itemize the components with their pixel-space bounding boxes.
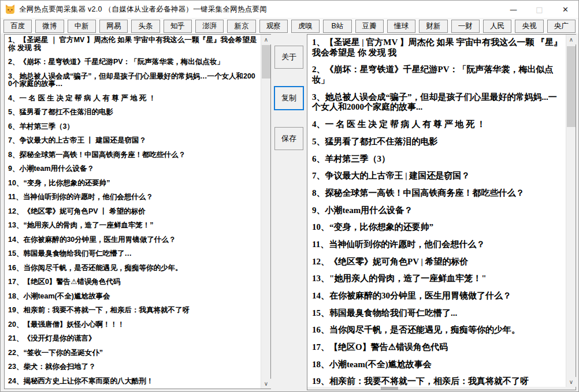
titlebar: 全网热点要闻采集器 v2.0 （自媒体从业者必备神器）一键采集全网热点要闻 — … [1,1,578,18]
news-item-raw: 20、【最强唐僧】妖怪小心啊！！！ [8,321,258,329]
source-tab[interactable]: 人民 [483,20,511,33]
news-item-formatted: 2、《崩坏：星穹铁道》千星纪游PV：「阮声落华裳，梅出似点妆」 [312,65,563,85]
app-window: 全网热点要闻采集器 v2.0 （自媒体从业者必备神器）一键采集全网热点要闻 — … [0,0,579,392]
news-item-raw: 16、当你阅尽千帆，是否还能遇见，痴痴等你的少年。 [8,264,258,272]
source-tab[interactable]: 头条 [131,20,159,33]
news-item-formatted: 19、相亲前：我要不将就一下，相亲后：我真将就不了呀 [312,376,563,387]
news-item-raw: 3、她总被人误会成“骗子”，但却是孩子们心里最好的常妈妈…一个女人和2000个家… [8,73,258,88]
news-item-formatted: 15、韩国最臭食物给我们哥仁吃懵了... [312,308,563,319]
news-item-raw: 10、“变身，比你想象的还要帅” [8,180,258,188]
scroll-down-icon[interactable]: ∨ [261,379,271,389]
scroll-down-icon[interactable]: ∨ [566,377,576,387]
news-item-formatted: 17、【绝区O】警告⚠错误角色代码 [312,342,563,353]
news-item-formatted: 13、"她用亲人的骨肉，造了一座鲜血牢笼！" [312,274,563,284]
source-tab[interactable]: 央广 [547,20,576,33]
source-tab[interactable]: 虎嗅 [291,20,320,33]
source-tab[interactable]: 网易 [99,20,128,33]
right-horizontal-scrollbar[interactable] [307,387,576,390]
right-horizontal-scrollbar-thumb[interactable] [381,387,398,390]
save-button[interactable]: 保存 [274,127,303,150]
news-item-raw: 24、揭秘西方史上让你不寒而栗的八大酷刑！ [8,378,258,386]
copy-button[interactable]: 复制 [274,86,304,110]
app-icon [5,5,15,14]
news-item-formatted: 16、当你阅尽千帆，是否还能遇见，痴痴等你的少年。 [312,325,563,335]
action-column: 关于 复制 保存 [271,34,307,389]
source-tab[interactable]: 中新 [68,20,96,33]
news-item-raw: 22、“签收一下你的圣诞女仆” [8,349,258,357]
formatted-news-panel[interactable]: 1、【圣诞星 | 官方MV 】周杰伦 如果 宇宙中有我这么一颗 『星』我会希望是… [307,34,576,390]
raw-news-panel[interactable]: 1、【圣诞星 ｜ 官方MV 】周杰伦 如果 宇宙中有我这么一颗『星』我会希望是 … [4,34,271,389]
news-item-raw: 23、柴犬：就你会扫地了？ [8,363,258,371]
news-item-raw: 8、探秘全球第一高铁！中国高铁商务座！都吃些什么？ [8,151,258,159]
source-tab[interactable]: 豆瓣 [355,20,384,33]
news-item-formatted: 11、当神仙听到你的许愿时，他们会想什么？ [312,240,563,250]
news-item-formatted: 10、“变身，比你想象的还要帅” [312,222,563,233]
news-item-raw: 13、“她用亲人的骨肉，造了一座鲜血牢笼！” [8,222,258,230]
news-item-raw: 18、小潮team(不全)尴尬故事会 [8,293,258,301]
news-item-formatted: 12、《绝区零》妮可角色PV | 希望的标价 [312,257,563,267]
news-item-raw: 21、《没开灯是你的谎言》 [8,335,258,343]
source-tab[interactable]: 知乎 [164,20,192,33]
source-tab[interactable]: B站 [323,20,351,33]
left-scrollbar[interactable]: ∧ ∨ [261,35,270,389]
news-item-formatted: 7、争议最大的上古帝王 | 建国还是窃国？ [312,171,563,181]
source-tab[interactable]: 财新 [419,20,447,33]
source-tab[interactable]: 观察 [259,20,288,33]
news-item-raw: 9、小潮team用什么设备？ [8,165,258,173]
source-tab[interactable]: 懂球 [387,20,415,33]
news-item-raw: 15、韩国最臭食物给我们哥仁吃懵了… [8,250,258,258]
maximize-icon: □ [526,1,552,18]
raw-news-text[interactable]: 1、【圣诞星 ｜ 官方MV 】周杰伦 如果 宇宙中有我这么一颗『星』我会希望是 … [5,35,261,389]
news-item-formatted: 3、她总被人误会成“骗子”，但却是孩子们心里最好的常妈妈...一个女人和2000… [312,92,563,113]
left-scrollbar-thumb[interactable] [262,45,270,79]
minimize-icon[interactable]: — [500,1,526,18]
scroll-up-icon[interactable]: ∧ [261,35,271,44]
news-item-raw: 6、羊村第三季（3） [8,123,258,131]
news-item-raw: 19、相亲前：我要不将就一下，相亲后：我真将就不了呀 [8,307,258,315]
news-item-raw: 12、《绝区零》妮可角色PV 丨 希望的标价 [8,208,258,216]
news-item-raw: 1、【圣诞星 ｜ 官方MV 】周杰伦 如果 宇宙中有我这么一颗『星』我会希望是 … [8,36,258,52]
source-tabbar: 百度微博中新网易头条知乎澎湃新京观察虎嗅B站豆瓣懂球财新一财人民央视央广 [1,18,578,33]
scroll-up-icon[interactable]: ∧ [566,35,576,44]
news-item-raw: 2、《崩坏：星穹铁道》千星纪游PV：「阮声落华裳，梅出似点妆」 [8,58,258,66]
news-item-formatted: 1、【圣诞星 | 官方MV 】周杰伦 如果 宇宙中有我这么一颗 『星』我会希望是… [312,38,563,58]
news-item-formatted: 18、小潮team(不全)尴尬故事会 [312,360,563,370]
news-item-raw: 14、在你被麻醉的30分钟里，医生用胃镜做了什么？ [8,236,258,244]
source-tab[interactable]: 百度 [3,20,32,33]
source-tab[interactable]: 央视 [515,20,543,33]
news-item-raw: 11、当神仙听到你的许愿时，他们会想什么？ [8,193,258,201]
source-tab[interactable]: 澎湃 [195,20,224,33]
news-item-raw: 4、一 名 医 生 决 定 帮 病 人 有 尊 严 地 死 ！ [8,95,258,103]
news-item-raw: 5、猛男看了都扛不住落泪的电影 [8,109,258,117]
right-scrollbar[interactable]: ∧ ∨ [566,35,576,387]
source-tab[interactable]: 微博 [35,20,64,33]
news-item-formatted: 6、羊村第三季（3） [312,154,563,165]
news-item-raw: 17、【绝区0】警告⚠错误角色代码 [8,278,258,286]
about-button[interactable]: 关于 [274,46,303,69]
news-item-formatted: 4、一 名 医 生 决 定 帮 病 人 有 尊 严 地 死 ！ [312,120,563,130]
news-item-formatted: 5、猛男看了都扛不住落泪的电影 [312,137,563,147]
source-tab[interactable]: 新京 [227,20,255,33]
right-scrollbar-thumb[interactable] [567,46,576,127]
source-tab[interactable]: 一财 [451,20,480,33]
close-icon[interactable]: ✕ [552,1,578,18]
news-item-formatted: 14、在你被麻醉的30分钟里，医生用胃镜做了什么？ [312,291,563,301]
news-item-raw: 7、争议最大的上古帝王 丨 建国还是窃国？ [8,137,258,145]
news-item-formatted: 8、探秘全球第一高铁！中国高铁商务座！都吃些什么？ [312,188,563,199]
window-title: 全网热点要闻采集器 v2.0 （自媒体从业者必备神器）一键采集全网热点要闻 [19,5,267,14]
window-controls: — □ ✕ [500,1,578,18]
formatted-news-text[interactable]: 1、【圣诞星 | 官方MV 】周杰伦 如果 宇宙中有我这么一颗 『星』我会希望是… [307,35,566,387]
news-item-formatted: 9、小潮team用什么设备？ [312,206,563,216]
